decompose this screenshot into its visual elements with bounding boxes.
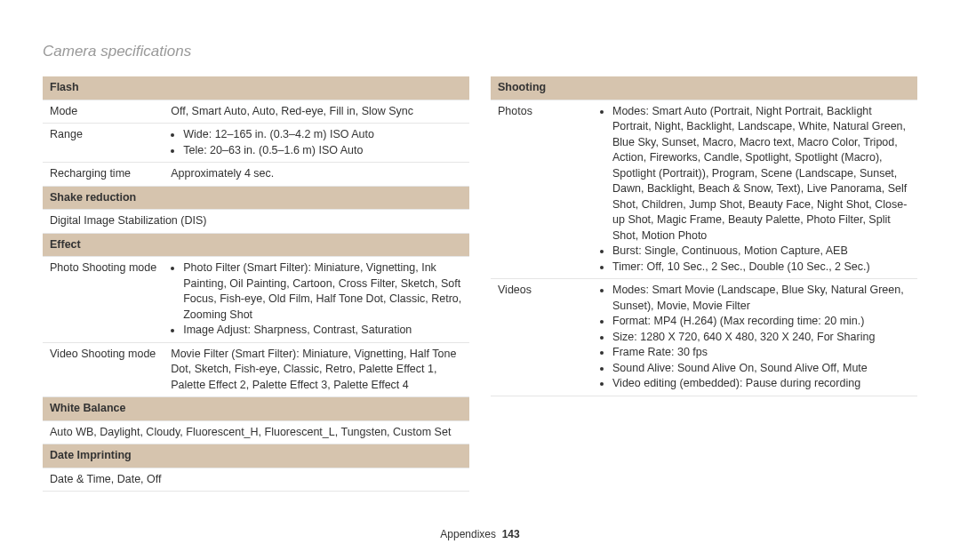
section-header: Shooting (491, 76, 917, 100)
list-item: Frame Rate: 30 fps (612, 345, 910, 361)
list-item: Timer: Off, 10 Sec., 2 Sec., Double (10 … (612, 260, 910, 276)
spec-label-cell: Range (43, 124, 164, 163)
right-column: ShootingPhotosModes: Smart Auto (Portrai… (491, 76, 917, 492)
spec-value-list: Wide: 12–165 in. (0.3–4.2 m) ISO AutoTel… (171, 127, 462, 158)
section-header: White Balance (43, 397, 469, 421)
document-page: Camera specifications FlashModeOff, Smar… (0, 0, 960, 560)
table-row: VideosModes: Smart Movie (Landscape, Blu… (491, 279, 917, 396)
spec-label-cell: Mode (43, 100, 164, 124)
list-item: Tele: 20–63 in. (0.5–1.6 m) ISO Auto (183, 143, 462, 159)
left-column: FlashModeOff, Smart Auto, Auto, Red-eye,… (43, 76, 469, 492)
section-header: Effect (43, 233, 469, 257)
spec-value-cell: Modes: Smart Auto (Portrait, Night Portr… (593, 100, 917, 279)
content-columns: FlashModeOff, Smart Auto, Auto, Red-eye,… (43, 76, 917, 492)
section-header-cell: Shake reduction (43, 186, 469, 210)
table-row: Photo Shooting modePhoto Filter (Smart F… (43, 257, 469, 343)
spec-value-cell: Photo Filter (Smart Filter): Miniature, … (164, 257, 469, 343)
spec-value-list: Modes: Smart Movie (Landscape, Blue Sky,… (600, 283, 910, 392)
list-item: Modes: Smart Auto (Portrait, Night Portr… (612, 104, 910, 244)
list-item: Sound Alive: Sound Alive On, Sound Alive… (612, 361, 910, 377)
spec-full-cell: Date & Time, Date, Off (43, 468, 469, 492)
list-item: Size: 1280 X 720, 640 X 480, 320 X 240, … (612, 330, 910, 346)
section-header-cell: White Balance (43, 397, 469, 421)
spec-value-cell: Modes: Smart Movie (Landscape, Blue Sky,… (593, 279, 917, 396)
list-item: Video editing (embedded): Pause during r… (612, 376, 910, 392)
list-item: Modes: Smart Movie (Landscape, Blue Sky,… (612, 283, 910, 314)
section-header: Shake reduction (43, 186, 469, 210)
spec-label-cell: Videos (491, 279, 593, 396)
table-row: PhotosModes: Smart Auto (Portrait, Night… (491, 100, 917, 279)
list-item: Format: MP4 (H.264) (Max recording time:… (612, 314, 910, 330)
spec-full-cell: Auto WB, Daylight, Cloudy, Fluorescent_H… (43, 420, 469, 444)
spec-label-cell: Photo Shooting mode (43, 257, 164, 343)
table-row: Date & Time, Date, Off (43, 468, 469, 492)
table-row: Recharging timeApproximately 4 sec. (43, 163, 469, 187)
section-header-cell: Date Imprinting (43, 444, 469, 468)
table-row: ModeOff, Smart Auto, Auto, Red-eye, Fill… (43, 100, 469, 124)
list-item: Burst: Single, Continuous, Motion Captur… (612, 244, 910, 260)
section-header-cell: Effect (43, 233, 469, 257)
footer-section-label: Appendixes (440, 528, 496, 540)
list-item: Image Adjust: Sharpness, Contrast, Satur… (183, 323, 462, 339)
table-row: RangeWide: 12–165 in. (0.3–4.2 m) ISO Au… (43, 124, 469, 163)
spec-full-cell: Digital Image Stabilization (DIS) (43, 210, 469, 234)
table-row: Video Shooting modeMovie Filter (Smart F… (43, 342, 469, 397)
spec-label-cell: Recharging time (43, 163, 164, 187)
spec-value-cell: Approximately 4 sec. (164, 163, 469, 187)
section-header: Flash (43, 76, 469, 100)
section-header-cell: Shooting (491, 76, 917, 100)
list-item: Photo Filter (Smart Filter): Miniature, … (183, 260, 462, 323)
spec-label-cell: Photos (491, 100, 593, 279)
table-row: Digital Image Stabilization (DIS) (43, 210, 469, 234)
list-item: Wide: 12–165 in. (0.3–4.2 m) ISO Auto (183, 127, 462, 143)
spec-value-list: Photo Filter (Smart Filter): Miniature, … (171, 260, 462, 339)
spec-value-cell: Off, Smart Auto, Auto, Red-eye, Fill in,… (164, 100, 469, 124)
spec-value-cell: Movie Filter (Smart Filter): Miniature, … (164, 342, 469, 397)
section-header: Date Imprinting (43, 444, 469, 468)
spec-value-cell: Wide: 12–165 in. (0.3–4.2 m) ISO AutoTel… (164, 124, 469, 163)
page-title: Camera specifications (43, 43, 917, 60)
left-spec-table: FlashModeOff, Smart Auto, Auto, Red-eye,… (43, 76, 469, 492)
table-row: Auto WB, Daylight, Cloudy, Fluorescent_H… (43, 420, 469, 444)
spec-label-cell: Video Shooting mode (43, 342, 164, 397)
spec-value-list: Modes: Smart Auto (Portrait, Night Portr… (600, 104, 910, 276)
right-spec-table: ShootingPhotosModes: Smart Auto (Portrai… (491, 76, 917, 396)
section-header-cell: Flash (43, 76, 469, 100)
footer-page-number: 143 (502, 528, 520, 540)
page-footer: Appendixes 143 (0, 528, 960, 540)
